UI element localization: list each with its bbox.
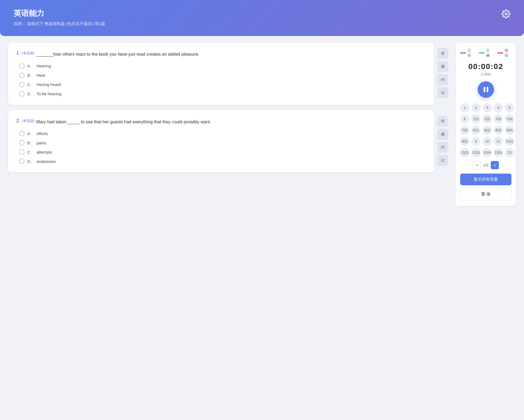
next-page-button[interactable]: > — [491, 161, 499, 169]
option-text-1-3: Having heard — [37, 82, 61, 87]
option-item-2-3[interactable]: C.attempts — [19, 149, 426, 155]
num-cell-8[interactable]: 7(2) — [483, 114, 492, 124]
options-list-1: A.HearingB.HearC.Having heardD.To be hea… — [19, 63, 426, 97]
option-label-1-2: B. — [27, 73, 34, 78]
wrong-dot — [497, 52, 503, 53]
num-cell-3[interactable]: 3 — [483, 103, 492, 112]
option-radio-2-2[interactable] — [19, 140, 25, 145]
legend-correct: 正确 — [479, 48, 493, 58]
option-label-2-2: B. — [27, 141, 34, 145]
num-cell-4[interactable]: 4 — [494, 103, 503, 112]
question-type-1: (单选题) — [22, 51, 35, 56]
side-btn-2-3[interactable]: 纠 — [437, 142, 448, 153]
num-cell-9[interactable]: 7(3) — [494, 114, 503, 124]
num-cell-21[interactable]: 12(2) — [460, 148, 469, 157]
num-cell-11[interactable]: 7(5) — [460, 126, 469, 135]
side-btn-1-3[interactable]: 纠 — [437, 74, 448, 85]
question-header-1: 1.(单选题) _______how others react to the b… — [16, 51, 426, 58]
answered-label: 已答 — [468, 48, 474, 58]
num-cell-20[interactable]: 12(1) — [505, 137, 514, 146]
num-cell-17[interactable]: 9 — [471, 137, 481, 146]
option-label-2-4: D. — [27, 159, 34, 164]
question-card-2: 2.(单选题) Mary had taken _____ to see that… — [8, 110, 434, 172]
wrong-label: 错误 — [505, 48, 511, 58]
option-label-1-1: A. — [27, 64, 34, 68]
num-cell-22[interactable]: 12(3) — [471, 148, 481, 157]
svg-point-0 — [505, 13, 507, 15]
side-btn-1-1[interactable]: 答 — [437, 48, 448, 59]
option-radio-2-1[interactable] — [19, 131, 25, 136]
side-actions-1: 答藏纠记 — [437, 48, 448, 98]
question-card-1: 1.(单选题) _______how others react to the b… — [8, 43, 434, 105]
num-cell-7[interactable]: 7(1) — [471, 114, 481, 124]
num-cell-14[interactable]: 8(3) — [494, 126, 503, 135]
questions-area: 1.(单选题) _______how others react to the b… — [8, 43, 450, 172]
settings-icon[interactable] — [502, 10, 510, 20]
show-answers-button[interactable]: 显示所有答案 — [460, 174, 511, 185]
option-radio-2-4[interactable] — [19, 159, 25, 164]
option-text-2-4: endeavors — [37, 159, 56, 164]
current-page: 1 — [483, 163, 485, 167]
prev-page-button[interactable]: < — [473, 161, 481, 169]
number-grid: 1234567(1)7(2)7(3)7(4)7(5)8(1)8(2)8(3)8(… — [460, 103, 511, 157]
option-text-1-2: Hear — [37, 73, 46, 78]
num-cell-12[interactable]: 8(1) — [471, 126, 481, 135]
option-radio-1-2[interactable] — [19, 73, 25, 78]
option-radio-1-4[interactable] — [19, 91, 25, 97]
redo-button[interactable]: 重 做 — [460, 188, 511, 200]
side-actions-2: 答藏纠记 — [437, 116, 448, 166]
side-btn-2-2[interactable]: 藏 — [437, 129, 448, 140]
num-cell-1[interactable]: 1 — [460, 103, 469, 112]
option-text-2-2: pains — [37, 141, 46, 145]
option-item-2-4[interactable]: D.endeavors — [19, 159, 426, 164]
side-btn-2-4[interactable]: 记 — [437, 155, 448, 166]
option-label-2-3: C. — [27, 150, 34, 154]
answered-dot — [460, 52, 466, 53]
total-pages: 2 — [486, 163, 489, 167]
question-header-2: 2.(单选题) Mary had taken _____ to see that… — [16, 118, 426, 126]
pause-button[interactable] — [478, 81, 494, 98]
option-radio-1-3[interactable] — [19, 82, 25, 87]
num-cell-25[interactable]: 13 — [505, 148, 514, 157]
option-label-1-3: C. — [27, 82, 34, 87]
side-btn-2-1[interactable]: 答 — [437, 116, 448, 127]
option-item-1-3[interactable]: C.Having heard — [19, 82, 426, 87]
main-layout: 1.(单选题) _______how others react to the b… — [0, 43, 524, 214]
question-number-1: 1. — [16, 51, 20, 56]
timer-value: 00:00:02 — [460, 62, 511, 71]
option-item-2-2[interactable]: B.pains — [19, 140, 426, 145]
num-cell-18[interactable]: 10 — [483, 137, 492, 146]
option-radio-2-3[interactable] — [19, 149, 25, 155]
num-cell-16[interactable]: 8(5) — [460, 137, 469, 146]
options-list-2: A.effortsB.painsC.attemptsD.endeavors — [19, 131, 426, 164]
num-cell-6[interactable]: 6 — [460, 114, 469, 124]
option-item-1-1[interactable]: A.Hearing — [19, 63, 426, 69]
num-cell-23[interactable]: 12(4) — [483, 148, 492, 157]
question-type-2: (单选题) — [22, 118, 35, 123]
legend: 已答 正确 错误 — [460, 48, 511, 58]
option-label-2-1: A. — [27, 131, 34, 136]
side-btn-1-2[interactable]: 藏 — [437, 61, 448, 72]
num-cell-10[interactable]: 7(4) — [505, 114, 514, 124]
header: 英语能力 说明： 该模式下 整道材料题 (包含其子题目) 算1题 — [0, 0, 524, 36]
option-text-2-3: attempts — [37, 150, 52, 154]
num-cell-24[interactable]: 12(5) — [494, 148, 503, 157]
num-cell-15[interactable]: 8(4) — [505, 126, 514, 135]
correct-dot — [479, 52, 485, 53]
option-radio-1-1[interactable] — [19, 63, 25, 69]
num-cell-13[interactable]: 8(2) — [483, 126, 492, 135]
legend-answered: 已答 — [460, 48, 474, 58]
option-item-2-1[interactable]: A.efforts — [19, 131, 426, 136]
option-item-1-4[interactable]: D.To be hearing — [19, 91, 426, 97]
num-cell-5[interactable]: 5 — [505, 103, 514, 112]
question-wrapper-1: 1.(单选题) _______how others react to the b… — [8, 43, 434, 105]
pause-icon — [484, 87, 488, 92]
num-cell-2[interactable]: 2 — [471, 103, 481, 112]
option-item-1-2[interactable]: B.Hear — [19, 73, 426, 78]
option-text-1-1: Hearing — [37, 64, 51, 68]
num-cell-19[interactable]: 11 — [494, 137, 503, 146]
option-text-2-1: efforts — [37, 131, 48, 136]
side-btn-1-4[interactable]: 记 — [437, 87, 448, 98]
timer-label: 已用时 — [460, 72, 511, 77]
pagination: < 1/2 > — [460, 161, 511, 169]
